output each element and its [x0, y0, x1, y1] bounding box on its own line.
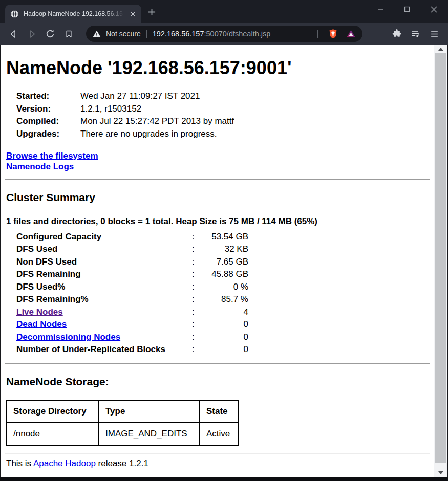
address-bar[interactable]: Not secure 192.168.56.157:50070/dfshealt… [86, 26, 362, 42]
url-text[interactable]: 192.168.56.157:50070/dfshealth.jsp [153, 30, 312, 38]
not-secure-warning-icon[interactable] [92, 29, 101, 38]
divider [5, 179, 430, 180]
url-path: :50070/dfshealth.jsp [204, 30, 271, 38]
divider [5, 453, 430, 454]
storage-dir-header: Storage Directory [7, 400, 99, 423]
stat-row: DFS Used:32 KB [16, 243, 430, 256]
info-row-upgrades: Upgrades:There are no upgrades in progre… [16, 128, 430, 141]
storage-header-row: Storage Directory Type State [7, 400, 238, 423]
page-title: NameNode '192.168.56.157:9001' [6, 57, 430, 79]
storage-dir-cell: /nnode [7, 423, 99, 445]
window-bottom-border [0, 477, 448, 481]
bookmark-icon[interactable] [59, 25, 78, 43]
storage-state-cell: Active [200, 423, 238, 445]
cluster-stats: Configured Capacity:53.54 GB DFS Used:32… [16, 231, 430, 356]
stat-row: Non DFS Used:7.65 GB [16, 256, 430, 269]
upgrades-value: There are no upgrades in progress. [80, 128, 217, 141]
storage-state-header: State [200, 400, 238, 423]
scroll-up-arrow[interactable] [434, 45, 447, 53]
dead-nodes-link[interactable]: Dead Nodes [16, 319, 67, 329]
namenode-logs-link[interactable]: Namenode Logs [6, 161, 430, 172]
tab-close-icon[interactable] [129, 10, 137, 18]
stat-row: DFS Remaining%:85.7 % [16, 293, 430, 306]
close-window-button[interactable] [426, 3, 441, 16]
cluster-summary-heading: Cluster Summary [6, 191, 430, 204]
storage-type-header: Type [99, 400, 200, 423]
brave-shield-icon[interactable] [328, 29, 338, 39]
tab-title: Hadoop NameNode 192.168.56.15 [24, 10, 126, 17]
url-host: 192.168.56.157 [153, 30, 204, 38]
started-value: Wed Jan 27 11:09:27 IST 2021 [80, 90, 200, 103]
browser-toolbar: Not secure 192.168.56.157:50070/dfshealt… [0, 23, 448, 45]
back-button[interactable] [4, 25, 23, 43]
version-value: 1.2.1, r1503152 [80, 103, 141, 116]
media-playlist-icon[interactable] [411, 29, 421, 39]
stat-row: Configured Capacity:53.54 GB [16, 231, 430, 244]
window-controls [373, 3, 441, 16]
bat-rewards-icon[interactable] [346, 29, 356, 39]
browser-tab[interactable]: Hadoop NameNode 192.168.56.15 [5, 5, 141, 23]
apache-hadoop-link[interactable]: Apache Hadoop [33, 458, 96, 468]
cluster-summary-line: 1 files and directories, 0 blocks = 1 to… [6, 216, 430, 227]
stat-row: Decommissioning Nodes:0 [16, 331, 430, 344]
globe-favicon-icon [10, 10, 19, 18]
stat-row: Live Nodes:4 [16, 306, 430, 319]
compiled-value: Mon Jul 22 15:27:42 PDT 2013 by mattf [80, 115, 234, 128]
namenode-storage-heading: NameNode Storage: [6, 376, 430, 388]
storage-type-cell: IMAGE_AND_EDITS [99, 423, 200, 445]
address-separator [146, 30, 147, 38]
info-row-version: Version:1.2.1, r1503152 [16, 103, 430, 116]
new-tab-button[interactable] [145, 6, 158, 18]
minimize-button[interactable] [373, 3, 388, 16]
stat-row: Number of Under-Replicated Blocks:0 [16, 343, 430, 356]
not-secure-label: Not secure [106, 30, 141, 38]
browser-window: Hadoop NameNode 192.168.56.15 [0, 0, 448, 481]
tab-strip: Hadoop NameNode 192.168.56.15 [0, 0, 448, 23]
footer-release-line: This is Apache Hadoop release 1.2.1 [6, 458, 430, 469]
info-row-started: Started:Wed Jan 27 11:09:27 IST 2021 [16, 90, 430, 103]
dfshealth-page: NameNode '192.168.56.157:9001' Started:W… [0, 45, 448, 481]
info-row-compiled: Compiled:Mon Jul 22 15:27:42 PDT 2013 by… [16, 115, 430, 128]
scroll-down-arrow[interactable] [434, 468, 447, 477]
stat-row: DFS Remaining:45.88 GB [16, 268, 430, 281]
reload-button[interactable] [41, 25, 59, 43]
storage-table: Storage Directory Type State /nnode IMAG… [6, 400, 239, 446]
address-separator-2 [317, 30, 318, 38]
live-nodes-link[interactable]: Live Nodes [16, 307, 63, 317]
scrollbar-thumb[interactable] [435, 53, 446, 463]
browse-filesystem-link[interactable]: Browse the filesystem [6, 150, 430, 161]
maximize-button[interactable] [400, 3, 414, 16]
storage-data-row: /nnode IMAGE_AND_EDITS Active [7, 423, 238, 445]
divider [5, 363, 430, 364]
namenode-info: Started:Wed Jan 27 11:09:27 IST 2021 Ver… [16, 90, 430, 141]
top-links: Browse the filesystem Namenode Logs [6, 150, 430, 172]
forward-button[interactable] [23, 25, 41, 43]
vertical-scrollbar[interactable] [434, 45, 447, 477]
stat-row: Dead Nodes:0 [16, 318, 430, 331]
stat-row: DFS Used%:0 % [16, 281, 430, 294]
menu-hamburger-icon[interactable] [430, 29, 439, 39]
extensions-puzzle-icon[interactable] [392, 29, 402, 39]
toolbar-right-icons [392, 29, 439, 39]
decommissioning-nodes-link[interactable]: Decommissioning Nodes [16, 332, 120, 342]
